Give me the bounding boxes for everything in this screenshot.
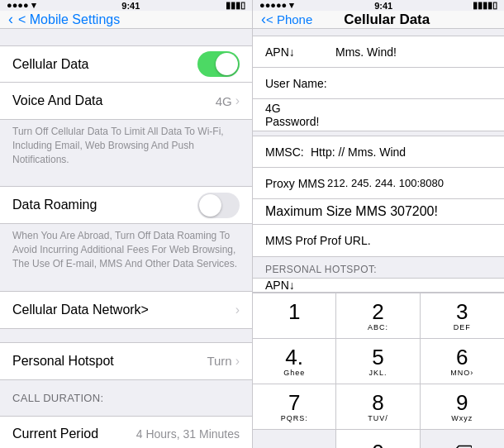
- apn-value: Mms. Wind!: [335, 45, 397, 59]
- hotspot-apn-row: APN↓: [253, 278, 504, 293]
- right-time: 9:41: [374, 1, 392, 11]
- data-roaming-toggle[interactable]: [197, 193, 240, 218]
- call-duration-section: Current Period 4 Hours, 31 Minutes Total…: [0, 416, 252, 448]
- numpad-key-5[interactable]: 5 JKL.: [336, 339, 420, 384]
- personal-hotspot-label: Personal Hotspot: [12, 354, 114, 369]
- personal-hotspot-chevron: ›: [235, 354, 240, 369]
- left-nav-title: < Mobile Settings: [18, 12, 120, 27]
- left-signal: ●●●● ▾: [7, 0, 36, 11]
- password-input[interactable]: [335, 108, 492, 122]
- numpad-key-8[interactable]: 8 TUV/: [336, 384, 420, 430]
- left-nav-bar: ‹ < Mobile Settings: [0, 11, 252, 29]
- right-battery: ▮▮▮▮▯: [473, 0, 497, 11]
- call-duration-header: CALL DURATION:: [0, 385, 252, 407]
- proxy-mms-label: Proxy MMS: [265, 177, 327, 190]
- numpad-key-4[interactable]: 4. Ghee: [253, 339, 336, 384]
- voice-and-data-row[interactable]: Voice And Data 4G ›: [0, 83, 252, 119]
- left-battery: ▮▮▮▯: [226, 0, 245, 11]
- data-roaming-label: Data Roaming: [12, 198, 97, 212]
- data-roaming-row[interactable]: Data Roaming: [0, 187, 252, 223]
- numpad-key-2[interactable]: 2 ABC:: [336, 293, 420, 339]
- right-status-bar: ●●●●● ▾ 9:41 ▮▮▮▮▯: [253, 0, 504, 11]
- numpad-key-3[interactable]: 3 DEF: [421, 293, 504, 339]
- current-period-label: Current Period: [12, 427, 98, 441]
- numpad-key-6[interactable]: 6 MNO›: [421, 339, 504, 384]
- delete-icon: [452, 445, 472, 448]
- cellular-network-row[interactable]: Cellular Data Network> ›: [0, 292, 252, 328]
- proxy-mms-row: Proxy MMS 212. 245. 244. 100:8080: [253, 168, 504, 199]
- cellular-data-toggle[interactable]: [197, 51, 240, 77]
- left-chevron-icon: ‹: [8, 11, 13, 28]
- cellular-network-chevron: ›: [235, 303, 240, 317]
- numpad-key-0[interactable]: 0: [336, 430, 420, 448]
- password-label: 4G Password!: [265, 102, 335, 128]
- left-panel: ●●●● ▾ 9:41 ▮▮▮▯ ‹ < Mobile Settings Cel…: [0, 0, 252, 448]
- right-nav-bar: ‹ < Phone Cellular Data: [253, 11, 504, 29]
- right-back-button[interactable]: ‹ < Phone: [261, 11, 312, 28]
- mms-section: MMSC: Http: // Mms. Wind Proxy MMS 212. …: [253, 136, 504, 257]
- right-panel: ●●●●● ▾ 9:41 ▮▮▮▮▯ ‹ < Phone Cellular Da…: [252, 0, 504, 448]
- username-row[interactable]: User Name:: [253, 68, 504, 99]
- max-size-label: Maximum Size MMS 307200!: [265, 204, 438, 219]
- cellular-fields: APN↓ Mms. Wind! User Name: 4G Password!: [253, 36, 504, 131]
- mms-prof-row: MMS Prof Prof URL.: [253, 225, 504, 256]
- numpad: 1 2 ABC: 3 DEF 4. Ghee 5 JKL. 6 MNO› 7 P…: [253, 293, 504, 448]
- numpad-key-9[interactable]: 9 Wxyz: [421, 384, 504, 430]
- voice-and-data-label: Voice And Data: [12, 93, 102, 108]
- voice-and-data-chevron: ›: [235, 93, 240, 108]
- personal-hotspot-row[interactable]: Personal Hotspot Turn ›: [0, 343, 252, 379]
- proxy-mms-value: 212. 245. 244. 100:8080: [327, 177, 444, 189]
- personal-hotspot-header: PERSONAL HOTSPOT:: [253, 260, 504, 278]
- apn-row: APN↓ Mms. Wind!: [253, 36, 504, 68]
- left-status-bar: ●●●● ▾ 9:41 ▮▮▮▯: [0, 0, 252, 11]
- max-size-row: Maximum Size MMS 307200!: [253, 199, 504, 225]
- cellular-network-label: Cellular Data Network>: [12, 303, 149, 317]
- personal-hotspot-value: Turn: [207, 354, 231, 368]
- password-row[interactable]: 4G Password!: [253, 99, 504, 131]
- mms-prof-value: MMS Prof Prof URL.: [265, 234, 371, 247]
- mmsc-label: MMSC:: [265, 145, 311, 159]
- current-period-row: Current Period 4 Hours, 31 Minutes: [0, 417, 252, 448]
- mmsc-row: MMSC: Http: // Mms. Wind: [253, 136, 504, 168]
- numpad-key-7[interactable]: 7 PQRS:: [253, 384, 336, 430]
- cellular-data-row[interactable]: Cellular Data: [0, 46, 252, 83]
- current-period-value: 4 Hours, 31 Minutes: [136, 427, 240, 441]
- cellular-data-section: Cellular Data Voice And Data 4G ›: [0, 45, 252, 120]
- mmsc-value: Http: // Mms. Wind: [311, 145, 406, 159]
- personal-hotspot-section: Personal Hotspot Turn ›: [0, 342, 252, 380]
- left-time: 9:41: [121, 1, 140, 11]
- cellular-network-section: Cellular Data Network> ›: [0, 291, 252, 329]
- numpad-key-empty: [253, 430, 336, 448]
- cellular-data-description: Turn Off Cellular Data To Limit All Data…: [0, 120, 252, 173]
- hotspot-apn-label: APN↓: [265, 279, 295, 292]
- voice-and-data-value: 4G: [216, 94, 232, 108]
- username-input[interactable]: [335, 77, 492, 90]
- right-signal: ●●●●● ▾: [259, 0, 294, 11]
- left-back-button[interactable]: ‹ < Mobile Settings: [8, 11, 120, 28]
- data-roaming-section: Data Roaming: [0, 186, 252, 224]
- numpad-key-1[interactable]: 1: [253, 293, 336, 339]
- username-label: User Name:: [265, 77, 335, 90]
- apn-label: APN↓: [265, 45, 335, 59]
- numpad-delete-key[interactable]: [421, 430, 504, 448]
- right-nav-title: Cellular Data: [344, 12, 430, 28]
- data-roaming-description: When You Are Abroad, Turn Off Data Roami…: [0, 224, 252, 277]
- cellular-data-label: Cellular Data: [12, 57, 88, 72]
